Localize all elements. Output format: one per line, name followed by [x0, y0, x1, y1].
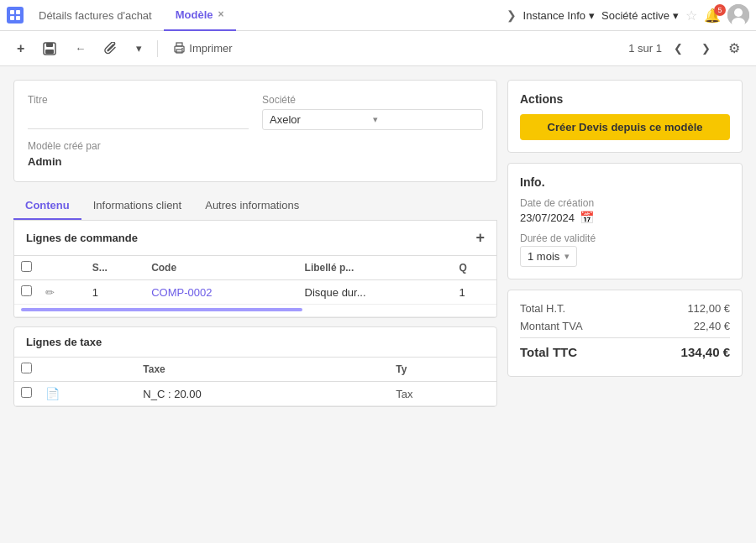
print-btn[interactable]: Imprimer — [166, 39, 239, 58]
actions-title: Actions — [520, 92, 730, 106]
row-edit-cell: ✏ — [39, 280, 86, 305]
toolbar-right: 1 sur 1 ❮ ❯ ⚙ — [628, 37, 746, 60]
settings-btn[interactable]: ⚙ — [722, 37, 746, 60]
montant-tva-row: Montant TVA 22,40 € — [520, 320, 730, 332]
tab-close-icon[interactable]: × — [218, 8, 224, 20]
svg-rect-8 — [46, 43, 53, 47]
nav-chevron-left[interactable]: ❯ — [507, 8, 517, 22]
calendar-icon[interactable]: 📅 — [580, 211, 594, 224]
table-row: ✏ 1 COMP-0002 Disque dur... 1 — [14, 280, 496, 305]
duree-validite-label: Durée de validité — [520, 232, 730, 244]
progress-cell — [14, 305, 496, 317]
progress-bar-wrap — [21, 308, 490, 311]
societe-active-btn[interactable]: Société active ▾ — [601, 9, 679, 22]
totals-card: Total H.T. 112,00 € Montant TVA 22,40 € … — [507, 290, 743, 377]
edit-row-icon[interactable]: ✏ — [45, 286, 55, 299]
total-ttc-row: Total TTC 134,40 € — [520, 337, 730, 359]
lignes-commande-title: Lignes de commande — [26, 232, 138, 244]
form-row-title-societe: Titre Société Axelor ▾ — [28, 94, 483, 130]
societe-value: Axelor — [270, 113, 373, 126]
content-tabs: Contenu Informations client Autres infor… — [13, 192, 497, 221]
taxe-row-name: N_C : 20.00 — [136, 382, 389, 406]
progress-bar — [21, 308, 302, 311]
notifications-btn[interactable]: 🔔 5 — [704, 8, 721, 23]
save-btn[interactable] — [36, 39, 63, 59]
create-devis-btn[interactable]: Créer Devis depuis ce modèle — [520, 114, 730, 140]
title-label: Titre — [28, 94, 249, 106]
svg-rect-0 — [10, 10, 14, 14]
tab-contenu[interactable]: Contenu — [13, 192, 81, 220]
lignes-taxe-table: Taxe Ty 📄 N_C — [14, 358, 496, 406]
back-btn[interactable]: ← — [68, 39, 92, 58]
created-by-value: Admin — [28, 155, 483, 168]
date-creation-row: 23/07/2024 📅 — [520, 211, 730, 224]
svg-rect-3 — [16, 16, 20, 20]
instance-info-btn[interactable]: Instance Info ▾ — [523, 9, 595, 22]
lignes-commande-table: S... Code Libellé p... Q — [14, 256, 496, 317]
new-btn[interactable]: + — [10, 38, 31, 60]
date-creation-value: 23/07/2024 — [520, 211, 575, 224]
svg-point-5 — [734, 8, 743, 17]
more-btn[interactable]: ▾ — [129, 39, 149, 58]
svg-rect-2 — [10, 16, 14, 20]
app-icon — [7, 7, 24, 23]
prev-page-btn[interactable]: ❮ — [667, 39, 690, 58]
societe-label: Société — [262, 94, 483, 106]
tab-autres-informations[interactable]: Autres informations — [193, 192, 311, 220]
total-ht-value: 112,00 € — [687, 302, 730, 315]
taxe-row-checkbox-cell — [14, 382, 39, 406]
print-icon — [173, 42, 186, 55]
col-qty: Q — [453, 256, 496, 280]
attach-btn[interactable] — [97, 39, 124, 59]
notif-count: 5 — [714, 4, 726, 16]
taxe-select-all[interactable] — [21, 363, 32, 373]
toolbar-separator — [157, 40, 158, 57]
montant-tva-value: 22,40 € — [694, 320, 730, 332]
svg-rect-11 — [176, 43, 182, 46]
col-libelle: Libellé p... — [298, 256, 453, 280]
select-all-checkbox[interactable] — [21, 261, 32, 272]
avatar[interactable] — [727, 4, 749, 26]
doc-icon: 📄 — [45, 387, 60, 400]
pagination-text: 1 sur 1 — [628, 42, 662, 55]
info-title: Info. — [520, 175, 730, 189]
tab-active-modele[interactable]: Modèle × — [164, 0, 236, 31]
back-icon: ← — [75, 42, 86, 55]
duree-select[interactable]: 1 mois ▾ — [520, 246, 577, 267]
main-content: Titre Société Axelor ▾ Modèle créé par A… — [0, 66, 756, 543]
save-icon — [43, 42, 56, 55]
svg-rect-9 — [45, 50, 54, 54]
lignes-taxe-header-row: Taxe Ty — [14, 358, 496, 382]
next-page-btn[interactable]: ❯ — [695, 39, 717, 58]
societe-select[interactable]: Axelor ▾ — [262, 109, 483, 130]
toolbar: + ← ▾ Imprimer 1 sur 1 ❮ ❯ ⚙ — [0, 31, 756, 66]
svg-rect-1 — [16, 10, 20, 14]
col-code: Code — [144, 256, 297, 280]
new-icon: + — [17, 41, 24, 56]
col-taxe-type: Ty — [389, 358, 496, 382]
total-ht-row: Total H.T. 112,00 € — [520, 302, 730, 315]
montant-tva-label: Montant TVA — [520, 320, 583, 332]
row-qty: 1 — [453, 280, 496, 305]
taxe-row-checkbox[interactable] — [21, 387, 32, 398]
right-panel: Actions Créer Devis depuis ce modèle Inf… — [507, 80, 743, 530]
taxe-row-type: Tax — [389, 382, 496, 406]
lignes-commande-section: Lignes de commande + S... Code — [13, 221, 497, 318]
total-ht-label: Total H.T. — [520, 302, 565, 315]
date-creation-label: Date de création — [520, 197, 730, 209]
taxe-row-icon-cell: 📄 — [39, 382, 136, 406]
tab-informations-client[interactable]: Informations client — [81, 192, 194, 220]
societe-chevron-icon: ▾ — [373, 114, 476, 125]
row-libelle: Disque dur... — [298, 280, 453, 305]
row-checkbox[interactable] — [21, 285, 32, 296]
created-by-label: Modèle créé par — [28, 140, 483, 152]
top-bar: Détails factures d'achat Modèle × ❯ Inst… — [0, 0, 756, 31]
col-taxe-name: Taxe — [136, 358, 389, 382]
bookmark-icon[interactable]: ☆ — [685, 8, 697, 23]
tab-inactive-details[interactable]: Détails factures d'achat — [30, 0, 160, 31]
title-input[interactable] — [28, 109, 249, 129]
row-checkbox-cell — [14, 280, 39, 305]
col-seq: S... — [86, 256, 144, 280]
add-ligne-commande-btn[interactable]: + — [475, 229, 485, 247]
col-checkbox — [14, 256, 39, 280]
